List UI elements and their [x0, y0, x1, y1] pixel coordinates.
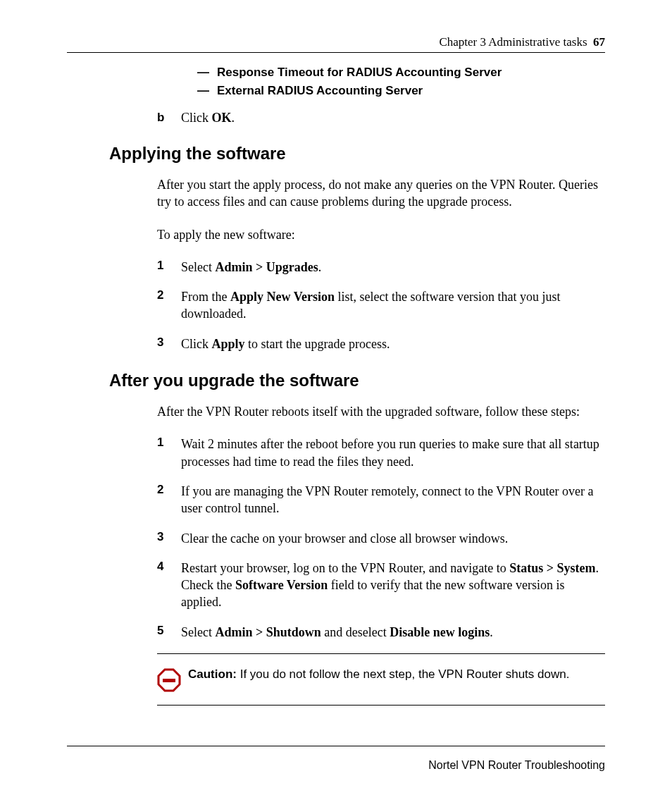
numbered-list: 1 Wait 2 minutes after the reboot before… — [157, 436, 605, 641]
list-item: 3 Clear the cache on your browser and cl… — [157, 530, 605, 547]
caution-text: If you do not follow the next step, the … — [237, 667, 570, 681]
list-item: 3 Click Apply to start the upgrade proce… — [157, 335, 605, 352]
section-heading-after-upgrade: After you upgrade the software — [109, 371, 605, 390]
header-rule — [67, 52, 605, 53]
chapter-label: Chapter 3 Administrative tasks — [439, 35, 587, 49]
caution-rule-top — [157, 653, 605, 654]
page-header: Chapter 3 Administrative tasks 67 — [67, 35, 605, 49]
page-number: 67 — [593, 35, 605, 49]
list-item: 2 If you are managing the VPN Router rem… — [157, 483, 605, 517]
body-paragraph: After you start the apply process, do no… — [157, 176, 605, 211]
list-item: 5 Select Admin > Shutdown and deselect D… — [157, 624, 605, 641]
caution-box: Caution: If you do not follow the next s… — [157, 653, 605, 706]
substep-b: b Click OK. — [157, 111, 605, 125]
page-footer: Nortel VPN Router Troubleshooting — [67, 746, 605, 772]
body-paragraph: After the VPN Router reboots itself with… — [157, 403, 605, 420]
svg-rect-1 — [163, 679, 175, 682]
dash-text: External RADIUS Accounting Server — [217, 84, 423, 98]
dash-text: Response Timeout for RADIUS Accounting S… — [217, 66, 502, 80]
list-item: 1 Select Admin > Upgrades. — [157, 259, 605, 276]
body-paragraph: To apply the new software: — [157, 226, 605, 243]
caution-rule-bottom — [157, 705, 605, 706]
list-item: 1 Wait 2 minutes after the reboot before… — [157, 436, 605, 470]
list-item: 2 From the Apply New Version list, selec… — [157, 288, 605, 323]
dash-item: — External RADIUS Accounting Server — [197, 84, 605, 98]
caution-icon — [157, 667, 188, 692]
list-item: 4 Restart your browser, log on to the VP… — [157, 560, 605, 611]
substep-marker: b — [157, 111, 181, 125]
caution-label: Caution: — [188, 667, 237, 681]
footer-rule — [67, 746, 605, 746]
numbered-list: 1 Select Admin > Upgrades. 2 From the Ap… — [157, 259, 605, 352]
footer-text: Nortel VPN Router Troubleshooting — [67, 759, 605, 772]
section-heading-applying: Applying the software — [109, 144, 605, 164]
dash-item: — Response Timeout for RADIUS Accounting… — [197, 66, 605, 80]
